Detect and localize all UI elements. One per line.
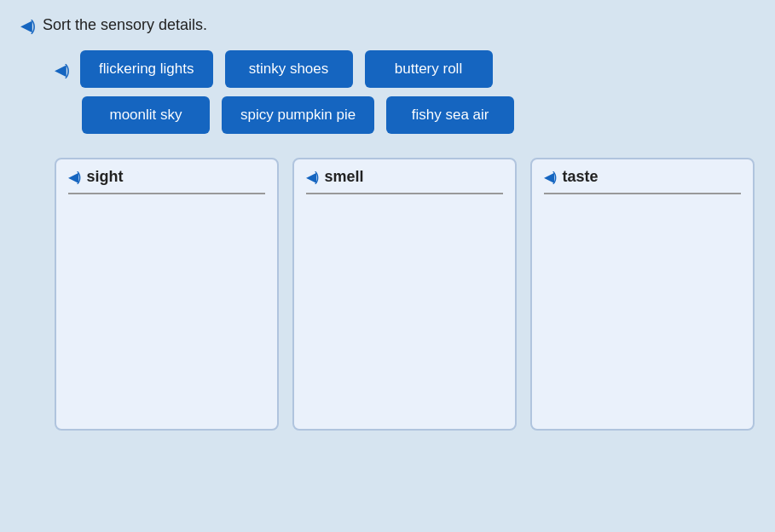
chips-area: flickering lights stinky shoes buttery r… — [55, 50, 755, 134]
chip-flickering-lights[interactable]: flickering lights — [80, 50, 213, 88]
instruction-text: Sort the sensory details. — [43, 16, 207, 34]
drop-zone-taste-header: taste — [544, 168, 741, 194]
drop-zone-taste[interactable]: taste — [530, 158, 755, 431]
smell-speaker-icon[interactable] — [306, 168, 317, 186]
drop-zone-smell-header: smell — [306, 168, 503, 194]
sight-speaker-icon[interactable] — [68, 168, 79, 186]
chip-spicy-pumpkin-pie[interactable]: spicy pumpkin pie — [222, 96, 374, 134]
chip-buttery-roll[interactable]: buttery roll — [365, 50, 493, 88]
chip-fishy-sea-air[interactable]: fishy sea air — [386, 96, 514, 134]
chips-row-1: flickering lights stinky shoes buttery r… — [55, 50, 755, 88]
chips-row1-speaker-icon[interactable] — [55, 60, 68, 79]
taste-speaker-icon[interactable] — [544, 168, 555, 186]
instruction-row: Sort the sensory details. — [20, 15, 755, 35]
drop-zone-sight[interactable]: sight — [55, 158, 279, 431]
sight-label: sight — [86, 168, 123, 186]
taste-label: taste — [562, 168, 598, 186]
smell-label: smell — [324, 168, 363, 186]
drop-zones: sight smell taste — [55, 158, 755, 431]
drop-zone-smell[interactable]: smell — [292, 158, 517, 431]
chip-moonlit-sky[interactable]: moonlit sky — [82, 96, 210, 134]
drop-zone-sight-header: sight — [68, 168, 265, 194]
instruction-speaker-icon[interactable] — [20, 15, 34, 35]
chips-row-2: moonlit sky spicy pumpkin pie fishy sea … — [55, 96, 755, 134]
chip-stinky-shoes[interactable]: stinky shoes — [225, 50, 353, 88]
